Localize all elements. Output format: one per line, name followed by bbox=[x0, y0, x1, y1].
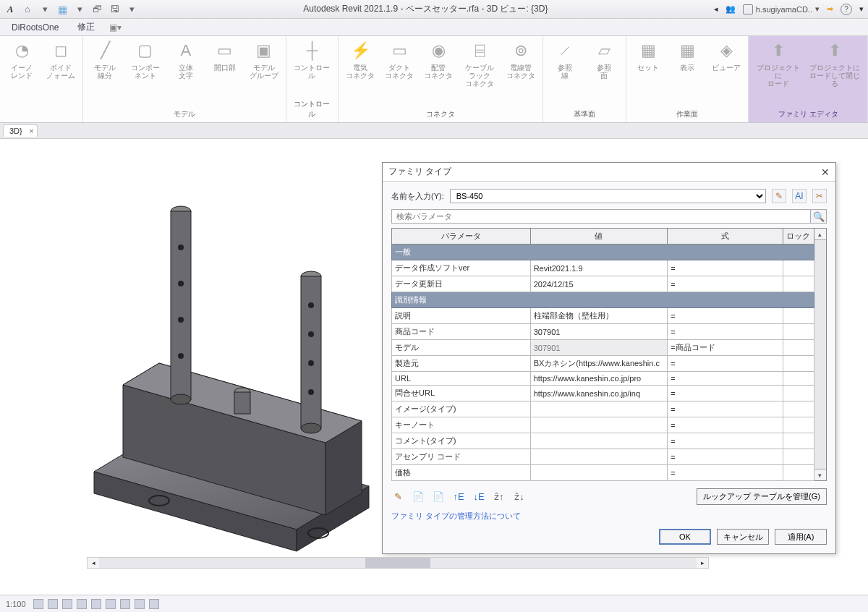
open-icon[interactable]: 🗗 bbox=[91, 4, 103, 15]
apps-icon[interactable]: ▦ bbox=[56, 4, 68, 15]
tool-control[interactable]: ┼コントロール bbox=[292, 39, 332, 80]
header-value[interactable]: 値 bbox=[530, 229, 668, 245]
search-icon[interactable]: 🔍 bbox=[810, 210, 826, 223]
sb-icon[interactable] bbox=[135, 599, 145, 609]
search-input[interactable] bbox=[392, 210, 810, 223]
people-icon[interactable]: 👥 bbox=[726, 4, 736, 14]
view-scale[interactable]: 1:100 bbox=[6, 600, 26, 608]
sb-icon[interactable] bbox=[33, 599, 43, 609]
tab-dirootsone[interactable]: DiRootsOne bbox=[7, 20, 63, 35]
table-row[interactable]: 価格= bbox=[392, 465, 814, 481]
table-row[interactable]: データ作成ソフトverRevit2021.1.9= bbox=[392, 260, 814, 276]
rename-type-icon[interactable]: AI bbox=[792, 189, 807, 203]
close-icon[interactable]: ✕ bbox=[821, 166, 830, 178]
table-row[interactable]: アセンブリ コード= bbox=[392, 449, 814, 465]
chevron-down-icon[interactable]: ▾ bbox=[74, 4, 85, 15]
sb-icon[interactable] bbox=[62, 599, 72, 609]
scroll-up-icon[interactable]: ▴ bbox=[814, 229, 827, 240]
sb-icon[interactable] bbox=[91, 599, 101, 609]
table-row[interactable]: 製造元BXカネシン(https://www.kaneshin.c= bbox=[392, 356, 814, 372]
tool-load-and-close[interactable]: ⬆プロジェクトに ロードして閉じる bbox=[809, 39, 861, 88]
header-parameter[interactable]: パラメータ bbox=[392, 229, 531, 245]
header-lock[interactable]: ロック bbox=[783, 229, 814, 245]
tool-set[interactable]: ▦セット bbox=[632, 39, 664, 72]
chevron-down-icon[interactable]: ▾ bbox=[39, 4, 51, 15]
tool-show[interactable]: ▦表示 bbox=[671, 39, 703, 72]
close-icon[interactable]: × bbox=[29, 127, 33, 135]
table-row[interactable]: イメージ(タイプ)= bbox=[392, 401, 814, 417]
parameter-table[interactable]: パラメータ 値 式 ロック 一般 データ作成ソフトverRevit2021.1.… bbox=[391, 228, 814, 481]
scroll-left-icon[interactable]: ◂ bbox=[88, 558, 99, 568]
move-up-icon[interactable]: ↑E bbox=[452, 490, 465, 503]
edit-param-icon[interactable]: ✎ bbox=[391, 490, 404, 503]
table-row[interactable]: キーノート= bbox=[392, 417, 814, 433]
sb-icon[interactable] bbox=[106, 599, 116, 609]
dialog-titlebar[interactable]: ファミリ タイプ ✕ bbox=[383, 163, 835, 182]
tool-electrical-connector[interactable]: ⚡電気 コネクタ bbox=[344, 39, 376, 88]
tool-model-line[interactable]: ╱モデル 線分 bbox=[89, 39, 121, 80]
header-formula[interactable]: 式 bbox=[668, 229, 783, 245]
chevron-down-icon[interactable]: ▾ bbox=[126, 4, 137, 15]
table-row[interactable]: URLhttps://www.kaneshin.co.jp/pro= bbox=[392, 372, 814, 386]
move-down-icon[interactable]: ↓E bbox=[472, 490, 485, 503]
group-row-identity[interactable]: 識別情報 bbox=[392, 292, 814, 308]
tool-component[interactable]: ▢コンポーネント bbox=[128, 39, 163, 80]
new-param-icon[interactable]: 📄 bbox=[412, 490, 425, 503]
sb-icon[interactable] bbox=[120, 599, 130, 609]
chevron-down-icon[interactable]: ▾ bbox=[859, 4, 864, 14]
sb-icon[interactable] bbox=[77, 599, 87, 609]
tool-cable-tray-connector[interactable]: ⌸ケーブル ラック コネクタ bbox=[461, 39, 498, 88]
scroll-right-icon[interactable]: ▸ bbox=[697, 558, 708, 568]
user-menu[interactable]: h.sugiyamaCD.. ▾ bbox=[743, 4, 820, 14]
delete-param-icon[interactable]: 📄 bbox=[432, 490, 445, 503]
type-name-select[interactable]: BS-450 bbox=[450, 189, 766, 203]
save-icon[interactable]: 🖫 bbox=[109, 4, 120, 15]
table-row[interactable]: コメント(タイプ)= bbox=[392, 433, 814, 449]
collab-icon[interactable]: ◂ bbox=[714, 4, 718, 14]
tool-reference-line[interactable]: ⟋参照 線 bbox=[549, 39, 581, 80]
group-row-general[interactable]: 一般 bbox=[392, 245, 814, 260]
tool-reference-plane[interactable]: ▱参照 面 bbox=[588, 39, 620, 80]
delete-type-icon[interactable]: ✂ bbox=[812, 189, 827, 203]
home-icon[interactable]: ⌂ bbox=[22, 4, 33, 15]
table-row[interactable]: 問合せURLhttps://www.kaneshin.co.jp/inq= bbox=[392, 386, 814, 401]
svg-point-9 bbox=[171, 394, 191, 404]
canvas-hscrollbar[interactable]: ◂ ▸ bbox=[87, 557, 709, 569]
panel-label bbox=[6, 110, 77, 121]
app-menu-icon[interactable]: A bbox=[4, 4, 16, 15]
type-name-row: 名前を入力(Y): BS-450 ✎ AI ✂ bbox=[391, 189, 827, 203]
cancel-button[interactable]: キャンセル bbox=[717, 529, 769, 545]
apply-button[interactable]: 適用(A) bbox=[775, 529, 827, 545]
sb-icon[interactable] bbox=[149, 599, 159, 609]
table-scrollbar[interactable]: ▴ ▾ bbox=[814, 228, 827, 481]
table-row[interactable]: 商品コード307901= bbox=[392, 324, 814, 340]
table-row[interactable]: モデル307901=商品コード bbox=[392, 340, 814, 356]
sort-asc-icon[interactable]: ẑ↑ bbox=[493, 490, 506, 503]
manage-lookup-button[interactable]: ルックアップ テーブルを管理(G) bbox=[697, 488, 827, 505]
tool-load-into-project[interactable]: ⬆プロジェクトに ロード bbox=[754, 39, 801, 88]
help-link[interactable]: ファミリ タイプの管理方法について bbox=[391, 511, 521, 522]
tool-void[interactable]: ◻ボイド ノォーム bbox=[45, 39, 77, 80]
ok-button[interactable]: OK bbox=[659, 529, 711, 545]
favorite-icon[interactable]: ➡ bbox=[827, 4, 833, 14]
sb-icon[interactable] bbox=[48, 599, 58, 609]
new-type-icon[interactable]: ✎ bbox=[772, 189, 786, 203]
tool-model-text[interactable]: A立体 文字 bbox=[170, 39, 202, 80]
tool-duct-connector[interactable]: ▭ダクト コネクタ bbox=[383, 39, 415, 88]
tool-conduit-connector[interactable]: ⊚電線管 コネクタ bbox=[505, 39, 537, 88]
tool-pipe-connector[interactable]: ◉配管 コネクタ bbox=[422, 39, 454, 88]
help-icon[interactable]: ? bbox=[841, 4, 852, 15]
tool-opening[interactable]: ▭開口部 bbox=[209, 39, 241, 80]
tool-viewer[interactable]: ◈ビューア bbox=[710, 39, 742, 72]
table-row[interactable]: データ更新日2024/12/15= bbox=[392, 276, 814, 292]
scroll-down-icon[interactable]: ▾ bbox=[814, 469, 827, 480]
tool-blend[interactable]: ◔イーノ レンド bbox=[6, 39, 38, 80]
scroll-thumb[interactable] bbox=[365, 558, 430, 568]
doc-tab-3d[interactable]: 3D} × bbox=[3, 124, 38, 137]
tool-model-group[interactable]: ▣モデル グループ bbox=[248, 39, 280, 80]
svg-point-19 bbox=[308, 302, 314, 308]
sort-desc-icon[interactable]: ẑ↓ bbox=[513, 490, 526, 503]
panel-settings-icon[interactable]: ▣▾ bbox=[109, 22, 121, 33]
tab-modify[interactable]: 修正 bbox=[73, 19, 99, 35]
table-row[interactable]: 説明柱端部金物（壁柱用）= bbox=[392, 308, 814, 324]
